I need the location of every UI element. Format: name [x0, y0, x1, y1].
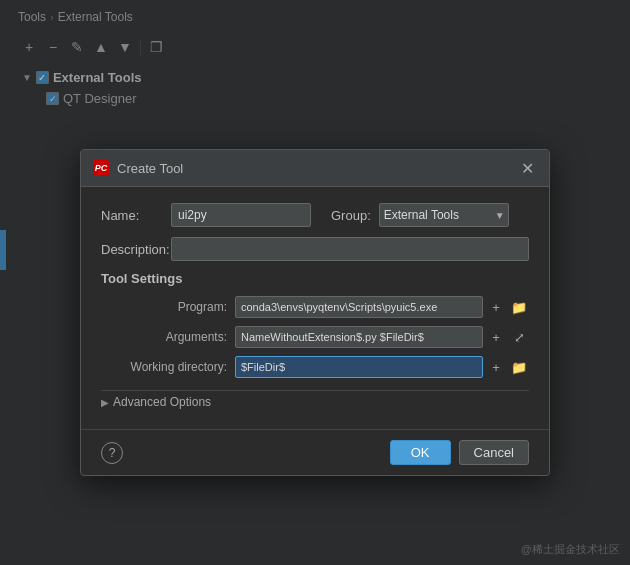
dialog-title-text: Create Tool [117, 161, 183, 176]
arguments-expand-button[interactable]: ⤢ [509, 327, 529, 347]
working-dir-browse-button[interactable]: 📁 [509, 357, 529, 377]
name-input[interactable] [171, 203, 311, 227]
modal-overlay: PC Create Tool ✕ Name: Group: External T… [0, 0, 630, 565]
arguments-input-wrap: + ⤢ [235, 326, 529, 348]
name-label: Name: [101, 208, 171, 223]
dialog-app-icon: PC [93, 160, 109, 176]
dialog-create-tool: PC Create Tool ✕ Name: Group: External T… [80, 149, 550, 476]
advanced-arrow-icon: ▶ [101, 397, 109, 408]
tool-settings-title: Tool Settings [101, 271, 529, 286]
working-dir-label: Working directory: [117, 360, 227, 374]
program-input[interactable] [235, 296, 483, 318]
dialog-body: Name: Group: External Tools ▼ Descriptio… [81, 187, 549, 429]
program-input-wrap: + 📁 [235, 296, 529, 318]
program-add-button[interactable]: + [486, 297, 506, 317]
dialog-title-left: PC Create Tool [93, 160, 183, 176]
arguments-label: Arguments: [117, 330, 227, 344]
working-dir-input[interactable] [235, 356, 483, 378]
dialog-titlebar: PC Create Tool ✕ [81, 150, 549, 187]
group-select[interactable]: External Tools [379, 203, 509, 227]
description-row: Description: [101, 237, 529, 261]
name-group-row: Name: Group: External Tools ▼ [101, 203, 529, 227]
advanced-options-row[interactable]: ▶ Advanced Options [101, 390, 529, 413]
description-input[interactable] [171, 237, 529, 261]
program-label: Program: [117, 300, 227, 314]
description-label: Description: [101, 242, 171, 257]
group-select-wrapper: External Tools ▼ [379, 203, 509, 227]
ok-button[interactable]: OK [390, 440, 451, 465]
arguments-input[interactable] [235, 326, 483, 348]
arguments-add-button[interactable]: + [486, 327, 506, 347]
group-area: Group: External Tools ▼ [331, 203, 509, 227]
program-browse-button[interactable]: 📁 [509, 297, 529, 317]
program-row: Program: + 📁 [117, 296, 529, 318]
working-dir-add-button[interactable]: + [486, 357, 506, 377]
group-label: Group: [331, 208, 371, 223]
help-button[interactable]: ? [101, 442, 123, 464]
dialog-footer: ? OK Cancel [81, 429, 549, 475]
cancel-button[interactable]: Cancel [459, 440, 529, 465]
working-dir-row: Working directory: + 📁 [117, 356, 529, 378]
advanced-options-label: Advanced Options [113, 395, 211, 409]
arguments-row: Arguments: + ⤢ [117, 326, 529, 348]
working-dir-input-wrap: + 📁 [235, 356, 529, 378]
dialog-close-button[interactable]: ✕ [517, 158, 537, 178]
footer-buttons: OK Cancel [390, 440, 529, 465]
settings-grid: Program: + 📁 Arguments: + ⤢ [117, 296, 529, 378]
